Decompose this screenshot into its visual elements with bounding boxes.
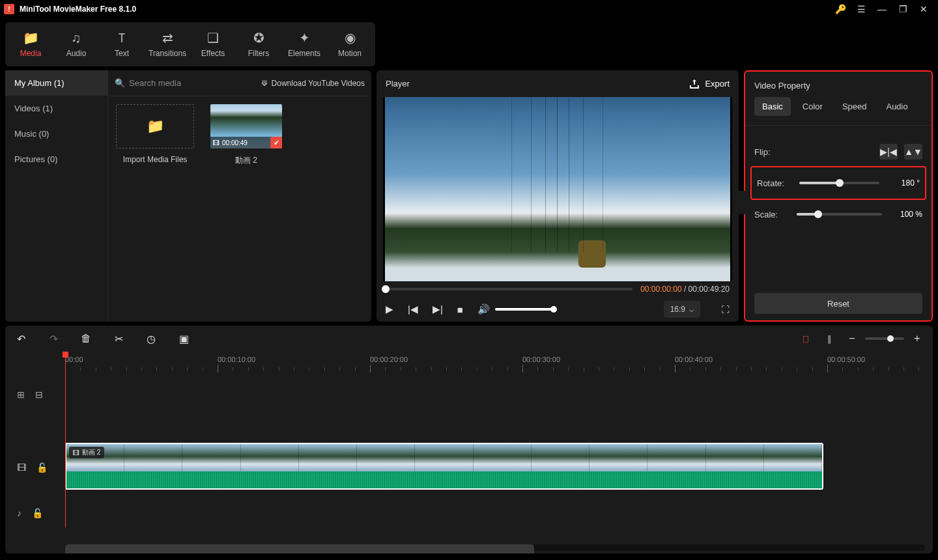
video-property-panel: Video Property BasicColorSpeedAudio Flip… [744, 70, 933, 322]
app-title: MiniTool MovieMaker Free 8.1.0 [20, 5, 136, 14]
play-button[interactable]: ▶ [386, 303, 393, 315]
split-button[interactable]: ✂ [112, 333, 125, 345]
tab-text[interactable]: ＴText [99, 25, 145, 64]
scale-value[interactable]: 100 % [892, 210, 922, 219]
tab-filters[interactable]: ✪Filters [236, 25, 281, 64]
tab-label: Audio [66, 49, 87, 58]
speed-button[interactable]: ◷ [145, 333, 158, 345]
lock-icon[interactable]: 🔓 [32, 508, 43, 518]
timeline[interactable]: 00:0000:00:10:0000:00:20:0000:00:30:0000… [5, 352, 933, 553]
timeline-scrollbar[interactable] [65, 544, 925, 551]
rotate-slider[interactable] [799, 182, 879, 184]
prop-tab-basic[interactable]: Basic [754, 97, 791, 116]
zoom-out-button[interactable]: − [846, 333, 859, 344]
player-label: Player [386, 79, 410, 89]
download-label: Download YouTube Videos [272, 79, 365, 88]
scale-slider[interactable] [797, 213, 882, 216]
maximize-button[interactable]: ❐ [892, 0, 913, 18]
minimize-button[interactable]: — [872, 0, 892, 18]
zoom-in-button[interactable]: + [911, 333, 924, 344]
flip-label: Flip: [754, 147, 790, 157]
prop-tab-speed[interactable]: Speed [834, 97, 875, 116]
media-panel: My Album (1)Videos (1)Music (0)Pictures … [5, 70, 371, 322]
timeline-mode-2[interactable]: ‖ [822, 332, 836, 345]
sidebar-item[interactable]: Music (0) [5, 121, 107, 147]
delete-button[interactable]: 🗑 [79, 333, 92, 344]
clip-waveform [66, 471, 822, 488]
stop-button[interactable]: ■ [457, 304, 463, 315]
fullscreen-button[interactable]: ⛶ [721, 305, 730, 315]
sparkle-icon: ✦ [299, 31, 310, 45]
tab-label: Filters [248, 49, 270, 58]
tab-effects[interactable]: ❑Effects [190, 25, 236, 64]
sidebar-item[interactable]: Videos (1) [5, 96, 107, 121]
prop-tab-audio[interactable]: Audio [878, 97, 915, 116]
prev-frame-button[interactable]: |◀ [408, 303, 418, 315]
rotate-label: Rotate: [757, 178, 793, 188]
lock-icon[interactable]: 🔓 [36, 462, 48, 473]
tab-label: Motion [338, 49, 362, 58]
audio-track-icon: ♪ [17, 508, 21, 518]
add-track-icon[interactable]: ⊞ [17, 389, 25, 400]
tab-motion[interactable]: ◉Motion [327, 25, 373, 64]
ruler-label: 00:00:20:00 [370, 356, 408, 363]
aspect-ratio-select[interactable]: 16:9 ⌵ [664, 301, 700, 318]
media-toolbar: 🔍 Search media ⟱ Download YouTube Videos [108, 70, 371, 96]
ribbon: 📁Media♫AudioＴText⇄Transitions❑Effects✪Fi… [0, 18, 938, 66]
tab-transitions[interactable]: ⇄Transitions [145, 25, 190, 64]
filter-icon: ✪ [253, 31, 264, 45]
video-track-icon: 🎞 [17, 462, 26, 473]
tab-elements[interactable]: ✦Elements [281, 25, 327, 64]
swap-icon: ⇄ [162, 31, 173, 45]
crop-button[interactable]: ▣ [177, 333, 190, 345]
menu-icon[interactable]: ☰ [851, 0, 872, 18]
titlebar: ! MiniTool MovieMaker Free 8.1.0 🔑 ☰ — ❐… [0, 0, 938, 18]
property-tabs: BasicColorSpeedAudio [745, 97, 931, 126]
video-track[interactable]: 🎞動画 2 [65, 443, 928, 494]
timeline-mode-1[interactable]: ⎕ [799, 332, 813, 345]
timeline-clip[interactable]: 🎞動画 2 [65, 443, 823, 490]
reset-button[interactable]: Reset [754, 293, 922, 314]
prop-tab-color[interactable]: Color [795, 97, 831, 116]
tab-label: Effects [201, 49, 225, 58]
export-button[interactable]: Export [689, 79, 730, 89]
clip-duration: 00:00:49 [222, 139, 248, 147]
redo-button[interactable]: ↷ [47, 333, 60, 345]
rotate-value[interactable]: 180 ° [890, 178, 920, 188]
volume-slider[interactable] [495, 308, 554, 311]
download-youtube-button[interactable]: ⟱ Download YouTube Videos [261, 79, 365, 88]
chevron-down-icon: ⌵ [689, 305, 694, 314]
tab-media[interactable]: 📁Media [8, 25, 53, 64]
playback-time: 00:00:00:00 / 00:00:49:20 [640, 285, 730, 294]
layers-icon: ❑ [207, 31, 219, 45]
tab-audio[interactable]: ♫Audio [53, 25, 99, 64]
music-icon: ♫ [72, 31, 81, 45]
scale-label: Scale: [754, 210, 790, 219]
tab-label: Transitions [149, 49, 186, 58]
reset-label: Reset [827, 299, 849, 309]
film-icon: 🎞 [73, 449, 79, 456]
preview-viewport[interactable] [383, 97, 732, 281]
import-media-button[interactable]: 📁 [116, 104, 194, 148]
tab-label: Elements [288, 49, 320, 58]
next-frame-button[interactable]: ▶| [433, 303, 443, 315]
flip-vertical-button[interactable]: ▲▼ [904, 144, 922, 160]
close-button[interactable]: ✕ [913, 0, 934, 18]
playback-scrubber[interactable] [386, 288, 632, 290]
ruler-label: 00:00:10:00 [218, 356, 255, 363]
panel-collapse-handle[interactable] [737, 191, 745, 214]
playhead[interactable] [65, 352, 66, 527]
search-media[interactable]: 🔍 Search media [115, 78, 181, 88]
zoom-slider[interactable] [865, 337, 904, 340]
volume-icon[interactable]: 🔊 [477, 303, 490, 315]
flip-horizontal-button[interactable]: ▶|◀ [879, 144, 898, 160]
total-time: 00:00:49:20 [689, 285, 730, 294]
sidebar-item[interactable]: My Album (1) [5, 70, 107, 96]
media-thumbnail[interactable]: 🎞 00:00:49 ✔ [210, 104, 282, 148]
collapse-track-icon[interactable]: ⊟ [35, 389, 43, 400]
sidebar-item[interactable]: Pictures (0) [5, 147, 107, 172]
premium-icon[interactable]: 🔑 [830, 0, 851, 18]
timeline-ruler[interactable]: 00:0000:00:10:0000:00:20:0000:00:30:0000… [65, 352, 933, 375]
undo-button[interactable]: ↶ [14, 333, 27, 345]
aspect-value: 16:9 [670, 305, 685, 314]
